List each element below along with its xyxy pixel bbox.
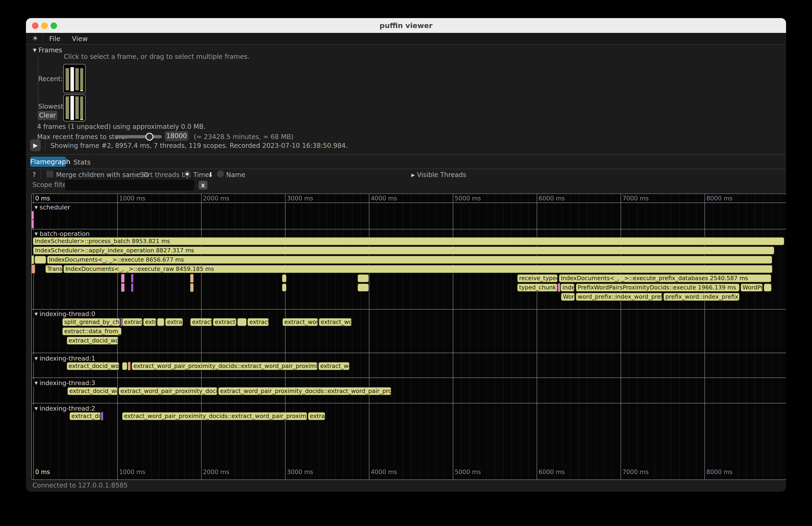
scope-bar[interactable]	[237, 318, 247, 326]
scope-bar[interactable]: extract_	[213, 318, 236, 326]
scope-bar[interactable]: typed_chunk::w	[517, 283, 558, 292]
thread-header[interactable]: ▼indexing-thread:2	[33, 405, 97, 412]
gridline-minor	[696, 194, 696, 479]
scope-bar[interactable]: index	[560, 283, 575, 292]
scope-bar[interactable]: IndexScheduler>::process_batch 8953.821 …	[33, 237, 784, 245]
help-button[interactable]: ?	[32, 171, 36, 179]
scope-bar[interactable]: extract	[247, 318, 269, 326]
scope-bar[interactable]	[121, 274, 125, 282]
scope-bar[interactable]	[131, 283, 133, 292]
scope-bar[interactable]: receive_typed_	[517, 274, 558, 282]
scope-bar[interactable]	[157, 318, 164, 326]
scope-bar[interactable]: extrac	[308, 412, 325, 420]
frame-bar	[80, 68, 83, 89]
scope-bar[interactable]	[128, 362, 130, 370]
scope-bar[interactable]	[131, 274, 133, 282]
scope-bar[interactable]: extract_word_pair_proximity_docids::extr…	[218, 387, 391, 395]
scope-bar[interactable]	[558, 283, 560, 292]
scope-bar[interactable]: extract_word_pair_proximity_docids	[118, 387, 218, 395]
scope-bar[interactable]: extract_wo	[318, 362, 350, 370]
gridline-minor	[427, 194, 428, 479]
gridline-major	[537, 194, 537, 479]
scope-bar[interactable]	[282, 283, 287, 292]
tab-stats[interactable]: Stats	[73, 158, 91, 166]
scope-bar[interactable]	[764, 283, 772, 292]
scope-bar[interactable]	[190, 274, 193, 282]
scope-bar[interactable]: word_prefix::index_word_prefix_	[576, 293, 663, 301]
gridline-minor	[637, 194, 638, 479]
max-frames-slider[interactable]	[115, 135, 162, 138]
theme-sun-icon[interactable]: ☀	[32, 34, 38, 42]
scope-bar[interactable]: extract	[122, 318, 143, 326]
sort-threads-label: Sort threads by:	[140, 171, 191, 179]
scope-bar[interactable]: extract_docid_word	[67, 387, 118, 395]
frames-section-header[interactable]: ▼ Frames	[33, 46, 62, 54]
flamegraph-canvas[interactable]: 0 ms0 ms1000 ms1000 ms2000 ms2000 ms3000…	[31, 193, 786, 480]
scope-bar[interactable]: extract_doc	[69, 412, 101, 420]
scope-bar[interactable]: IndexDocuments<_, _>::execute_prefix_dat…	[559, 274, 771, 282]
frame-thumbnail-slowest[interactable]	[63, 94, 86, 121]
gridline-minor	[277, 194, 277, 479]
scope-bar[interactable]: IndexDocuments<_, _>::execute_raw 8459.1…	[63, 265, 773, 273]
scope-bar[interactable]	[34, 255, 46, 264]
visible-threads-header[interactable]: ▶ Visible Threads	[411, 171, 466, 179]
scope-bar[interactable]	[190, 283, 193, 292]
menu-view[interactable]: View	[72, 35, 88, 43]
slider-knob[interactable]	[146, 133, 154, 141]
gridline-minor	[520, 194, 520, 479]
scope-bar[interactable]: split_grenad_by_chun	[62, 318, 120, 326]
sort-direction-arrow-icon[interactable]: ⬇	[208, 171, 213, 179]
scope-bar[interactable]: IndexScheduler>::apply_index_operation 8…	[33, 246, 774, 255]
merge-children-checkbox[interactable]	[46, 171, 53, 177]
scope-bar[interactable]	[31, 211, 33, 219]
gridline-minor	[553, 194, 554, 479]
play-button[interactable]: ▶	[30, 139, 41, 151]
thread-header[interactable]: ▼batch-operation	[33, 230, 91, 237]
scope-bar[interactable]: prefix_word::index_prefix_wo	[663, 293, 740, 301]
section-separator	[32, 309, 786, 310]
scope-bar[interactable]	[31, 265, 35, 273]
scope-bar[interactable]	[357, 274, 369, 282]
scope-bar[interactable]	[282, 274, 287, 282]
scope-bar[interactable]: extract_wo	[319, 318, 352, 326]
scope-bar[interactable]: extract_docid_word	[67, 362, 119, 370]
scope-bar[interactable]	[31, 220, 33, 228]
scope-bar[interactable]: Trans	[45, 265, 63, 273]
menu-file[interactable]: File	[49, 35, 60, 43]
scope-bar[interactable]: extract_word	[282, 318, 318, 326]
thread-header[interactable]: ▼scheduler	[33, 204, 72, 211]
max-frames-value[interactable]: 18000	[165, 131, 188, 141]
scope-bar[interactable]: extrac	[165, 318, 183, 326]
gridline-minor	[302, 194, 302, 479]
scope-bar[interactable]: extract_word_pair_proximity_docids::extr…	[122, 412, 307, 420]
sort-name-radio[interactable]	[217, 171, 224, 177]
scope-filter-input[interactable]	[65, 180, 194, 190]
thread-header[interactable]: ▼indexing-thread:3	[33, 379, 97, 386]
scope-bar[interactable]: Word	[561, 293, 575, 301]
scope-bar[interactable]	[357, 283, 369, 292]
scope-bar[interactable]	[122, 362, 128, 370]
frame-bar	[66, 97, 69, 119]
thread-header[interactable]: ▼indexing-thread:1	[33, 355, 97, 362]
scope-bar[interactable]: PrefixWordPairsProximityDocids::execute …	[576, 283, 740, 292]
clear-button[interactable]: Clear	[38, 111, 57, 120]
sort-time-radio[interactable]	[184, 171, 191, 177]
section-separator	[32, 378, 786, 378]
scope-bar[interactable]	[101, 412, 103, 420]
scope-bar[interactable]: extract_word_pair_proximity_docids::extr…	[131, 362, 318, 370]
gridline-major	[705, 194, 705, 479]
scope-bar[interactable]	[32, 255, 34, 264]
scope-bar[interactable]: extract_docid_word	[67, 336, 118, 345]
frame-thumbnail-recent[interactable]	[63, 64, 86, 93]
scope-bar[interactable]: IndexDocuments<_, _>::execute 8656.677 m…	[47, 255, 772, 264]
tab-flamegraph[interactable]: Flamegraph	[30, 157, 66, 167]
clear-filter-button[interactable]: x	[199, 181, 207, 190]
section-separator	[32, 353, 786, 353]
scope-bar[interactable]: extract_	[190, 318, 212, 326]
scope-bar[interactable]: extra	[143, 318, 156, 326]
thread-header[interactable]: ▼indexing-thread:0	[33, 310, 97, 318]
scope-bar[interactable]: extract::data_from_ob	[62, 327, 122, 336]
scope-bar[interactable]: WordPr	[740, 283, 763, 292]
gridline-minor	[335, 194, 336, 479]
scope-bar[interactable]	[121, 283, 125, 292]
